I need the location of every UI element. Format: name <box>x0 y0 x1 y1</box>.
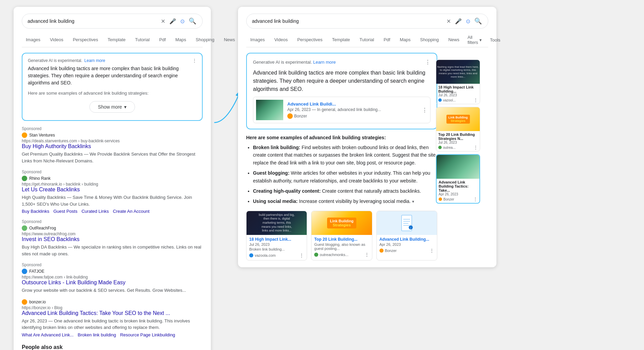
source-url-1: https://deals.stanventures.com › buy-bac… <box>22 139 203 143</box>
left-search-button[interactable]: 🔍 <box>188 17 197 26</box>
right-clear-button[interactable]: ✕ <box>446 17 452 25</box>
tab-pdf[interactable]: Pdf <box>155 34 170 46</box>
company-icon-2 <box>22 176 27 181</box>
bottom-card-1[interactable]: build partnerships and big,then there is… <box>246 211 307 260</box>
organic-link-2[interactable]: Broken link building <box>78 332 116 337</box>
right-search-button[interactable]: 🔍 <box>474 17 482 26</box>
right-main-content: Generative AI is experimental. Learn mor… <box>246 53 488 260</box>
show-more-button[interactable]: Show more ▾ <box>89 101 135 113</box>
right-tab-pdf[interactable]: Pdf <box>379 34 394 46</box>
bottom-card-title-3: Advanced Link Building... <box>379 237 434 242</box>
right-tab-template[interactable]: Template <box>328 34 354 46</box>
video-more-options-icon[interactable]: ⋮ <box>422 107 427 113</box>
result-link-create[interactable]: Create An Account <box>113 209 150 214</box>
side-thumb-date-3: Apr 26, 2023 <box>439 192 477 196</box>
tab-template[interactable]: Template <box>104 34 130 46</box>
right-tab-shopping[interactable]: Shopping <box>416 34 443 46</box>
side-thumb-3[interactable]: Advanced Link Building Tactics: Take... … <box>436 154 480 204</box>
chevron-down-icon: ▾ <box>124 104 126 110</box>
bottom-card-date-3: Apr 26, 2023 <box>379 242 434 246</box>
bottom-card-title-2: Top 20 Link Building... <box>314 237 369 242</box>
sponsored-source-4: FATJOE <box>22 269 203 274</box>
bottom-card-more-2[interactable]: ⋮ <box>365 252 369 257</box>
right-lens-button[interactable]: ⊙ <box>465 17 471 25</box>
bottom-source-icon-2 <box>314 253 318 257</box>
bottom-cards: build partnerships and big,then there is… <box>246 211 437 260</box>
result-links-2: Buy Backlinks Guest Posts Curated Links … <box>22 209 203 214</box>
organic-link-1[interactable]: What Are Advanced Link... <box>22 332 73 337</box>
right-tab-tutorial[interactable]: Tutorial <box>355 34 378 46</box>
video-source: Bonzer <box>287 113 418 119</box>
organic-link-3[interactable]: Resource Page Linkbuilding <box>120 332 175 337</box>
side-more-icon-3[interactable]: ⋮ <box>473 197 477 202</box>
side-thumb-img-3 <box>437 155 479 179</box>
side-source-icon-2 <box>438 146 442 149</box>
right-tab-perspectives[interactable]: Perspectives <box>293 34 326 46</box>
learn-more-link[interactable]: Learn more <box>84 58 105 63</box>
bottom-card-source-1: vazoola.com ⋮ <box>249 253 304 258</box>
organic-title[interactable]: Advanced Link Building Tactics: Take You… <box>22 310 170 316</box>
bottom-card-more-3[interactable]: ⋮ <box>429 248 434 253</box>
source-url-4: https://www.fatjoe.com › link-building <box>22 275 203 280</box>
source-url-2: https://get.rhinorank.io › backlink › bu… <box>22 182 203 187</box>
organic-links: What Are Advanced Link... Broken link bu… <box>22 332 203 337</box>
bottom-card-more-1[interactable]: ⋮ <box>299 253 304 258</box>
tab-shopping[interactable]: Shopping <box>192 34 219 46</box>
side-thumb-1[interactable]: flashing signs that lead them here, to d… <box>436 60 480 104</box>
left-voice-button[interactable]: 🎤 <box>169 17 177 25</box>
result-link-curated[interactable]: Curated Links <box>82 209 109 214</box>
tab-images[interactable]: Images <box>22 34 45 46</box>
bonzer-icon-bottom <box>379 249 384 253</box>
tab-maps[interactable]: Maps <box>171 34 190 46</box>
sponsored-label-2: Sponsored <box>22 170 203 174</box>
result-title-1[interactable]: Buy High Authority Backlinks <box>22 143 91 149</box>
bottom-card-source-2: outreachmonks... ⋮ <box>314 252 369 257</box>
tab-perspectives[interactable]: Perspectives <box>69 34 102 46</box>
result-link-guest[interactable]: Guest Posts <box>53 209 78 214</box>
sponsored-label-4: Sponsored <box>22 262 203 267</box>
tab-news[interactable]: News <box>220 34 239 46</box>
right-tab-videos[interactable]: Videos <box>270 34 292 46</box>
right-learn-more-link[interactable]: Learn more <box>313 60 336 65</box>
right-tools-button[interactable]: Tools <box>487 35 503 45</box>
side-thumb-2[interactable]: Link BuildingStrategies Top 20 Link Buil… <box>436 107 480 152</box>
more-options-icon[interactable]: ⋮ <box>192 58 197 63</box>
right-gen-ai-box: Generative AI is experimental. Learn mor… <box>246 53 437 129</box>
right-search-bar: ✕ 🎤 ⊙ 🔍 <box>246 14 488 29</box>
strategy-item-2: Guest blogging: Write articles for other… <box>253 169 437 185</box>
side-more-icon-2[interactable]: ⋮ <box>474 145 478 150</box>
result-title-4[interactable]: Outsource Links - Link Building Made Eas… <box>22 280 125 285</box>
side-thumb-source-3: Bonzer ⋮ <box>439 197 477 202</box>
bottom-card-3[interactable]: ↓ Advanced Link Building... Apr 26, 2023… <box>376 211 437 260</box>
result-desc-1: Get Premium Quality Backlinks — We Provi… <box>22 151 203 164</box>
microphone-icon: 🎤 <box>169 18 176 25</box>
result-title-2[interactable]: Let Us Create Backlinks <box>22 187 80 192</box>
gen-ai-more-options-icon[interactable]: ⋮ <box>425 59 430 65</box>
left-clear-button[interactable]: ✕ <box>160 17 166 25</box>
sponsored-item-3: Sponsored OutReachFrog https://www.outre… <box>22 219 203 257</box>
result-link-buy[interactable]: Buy Backlinks <box>22 209 49 214</box>
bottom-card-source-3: Bonzer ⋮ <box>379 248 434 253</box>
right-all-filters-button[interactable]: All filters ▾ <box>465 33 485 47</box>
bottom-card-2[interactable]: Link BuildingStrategies Top 20 Link Buil… <box>311 211 372 260</box>
video-thumbnail-img <box>256 100 283 120</box>
result-title-3[interactable]: Invest in SEO Backlinks <box>22 236 80 242</box>
left-nav-tabs: Images Videos Perspectives Template Tuto… <box>22 33 203 47</box>
right-tab-news[interactable]: News <box>444 34 463 46</box>
side-more-icon-1[interactable]: ⋮ <box>474 98 478 102</box>
expand-icon[interactable]: ▾ <box>412 199 414 204</box>
strategies-section: Here are some examples of advanced link … <box>246 135 437 205</box>
company-icon-1 <box>22 132 27 138</box>
strategy-text-1: Broken link building: Find websites with… <box>253 145 436 165</box>
side-thumb-info-3: Advanced Link Building Tactics: Take... … <box>437 179 479 203</box>
right-tab-images[interactable]: Images <box>246 34 269 46</box>
right-video-card[interactable]: Advanced Link Buildi... Apr 26, 2023 — I… <box>253 97 430 123</box>
tab-tutorial[interactable]: Tutorial <box>131 34 154 46</box>
tab-videos[interactable]: Videos <box>46 34 68 46</box>
video-thumbnail <box>256 100 283 120</box>
right-search-input[interactable] <box>252 18 443 24</box>
right-tab-maps[interactable]: Maps <box>396 34 415 46</box>
left-search-input[interactable] <box>28 18 157 24</box>
right-voice-button[interactable]: 🎤 <box>454 17 462 25</box>
left-lens-button[interactable]: ⊙ <box>180 17 185 25</box>
